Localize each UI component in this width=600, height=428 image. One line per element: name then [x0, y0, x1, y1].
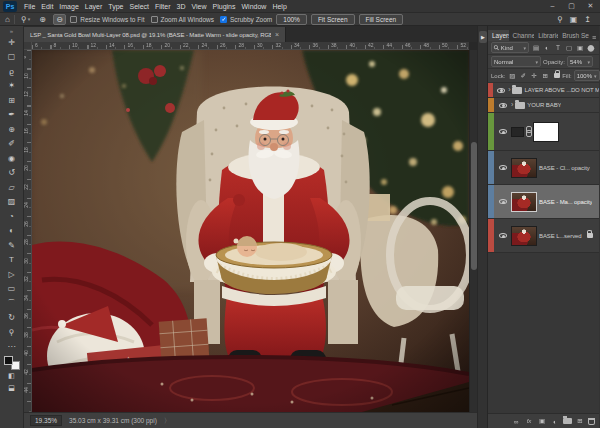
layer-row-base-locked[interactable]: BASE L...served: [488, 219, 599, 253]
layer-thumbnail[interactable]: [511, 127, 524, 137]
group-expand-arrow[interactable]: ›: [511, 101, 513, 109]
mask-link-icon[interactable]: [526, 126, 531, 137]
menu-item-view[interactable]: View: [189, 0, 210, 13]
link-layers-icon[interactable]: ∞: [511, 418, 521, 425]
layer-row-your-baby[interactable]: › YOUR BABY: [488, 98, 599, 113]
menu-item-select[interactable]: Select: [127, 0, 152, 13]
lock-pixels-icon[interactable]: ✐: [518, 72, 528, 80]
filter-toggle-icon[interactable]: ⬤: [586, 44, 596, 52]
visibility-toggle[interactable]: [496, 129, 509, 134]
layer-row-base-cl[interactable]: BASE - Cl... opacity: [488, 151, 599, 185]
visibility-toggle[interactable]: [495, 88, 506, 93]
fill-screen-button[interactable]: Fill Screen: [359, 14, 404, 25]
visibility-toggle[interactable]: [496, 103, 509, 108]
menu-item-filter[interactable]: Filter: [152, 0, 174, 13]
layer-thumbnail[interactable]: [511, 158, 537, 178]
move-tool[interactable]: ✛: [3, 35, 21, 50]
marquee-tool[interactable]: ▢: [3, 50, 21, 65]
maximize-button[interactable]: ▢: [562, 0, 581, 12]
vertical-scrollbar[interactable]: [469, 50, 477, 412]
visibility-toggle[interactable]: [496, 199, 509, 204]
quick-selection-tool[interactable]: ✶: [3, 79, 21, 94]
history-brush-tool[interactable]: ↺: [3, 166, 21, 181]
foreground-color-swatch[interactable]: [4, 356, 13, 365]
menu-item-edit[interactable]: Edit: [38, 0, 56, 13]
zoom-out-button[interactable]: ⊖: [53, 14, 66, 25]
fit-screen-button[interactable]: Fit Screen: [311, 14, 355, 25]
delete-layer-icon[interactable]: [588, 418, 595, 425]
color-swatches[interactable]: [4, 356, 20, 370]
opacity-dropdown[interactable]: 54% ▾: [567, 56, 593, 67]
shape-tool[interactable]: ▭: [3, 282, 21, 297]
dodge-tool[interactable]: ◐: [3, 224, 21, 239]
minimize-button[interactable]: –: [543, 0, 562, 12]
tab-channels[interactable]: Channels: [509, 30, 535, 41]
menu-item-layer[interactable]: Layer: [82, 0, 106, 13]
visibility-toggle[interactable]: [496, 233, 509, 238]
document-canvas[interactable]: ✦ ✦ ✦ ✦ ✦: [32, 50, 469, 412]
healing-brush-tool[interactable]: ⊕: [3, 122, 21, 137]
checkbox-box[interactable]: [70, 16, 77, 23]
tab-layers[interactable]: Layers: [488, 30, 509, 41]
toolbar-collapse-icon[interactable]: »: [10, 27, 13, 35]
blur-tool[interactable]: ◔: [3, 209, 21, 224]
filter-kind-dropdown[interactable]: ⚲ Kind ▾: [491, 42, 529, 53]
visibility-toggle[interactable]: [496, 165, 509, 170]
layer-thumbnail[interactable]: [511, 226, 537, 246]
layer-effects-icon[interactable]: fx: [524, 418, 534, 424]
tab-libraries[interactable]: Libraries: [534, 30, 558, 41]
blend-mode-dropdown[interactable]: Normal ▾: [491, 56, 541, 67]
panel-menu-icon[interactable]: ≡: [589, 34, 599, 41]
checkbox-zoom-all-windows[interactable]: Zoom All Windows: [151, 16, 214, 23]
menu-item-help[interactable]: Help: [269, 0, 289, 13]
add-layer-mask-icon[interactable]: ▣: [537, 417, 547, 425]
status-zoom-field[interactable]: 19.35%: [30, 415, 62, 426]
checkbox-box[interactable]: [220, 16, 227, 23]
lock-transparency-icon[interactable]: ▨: [507, 72, 517, 80]
zoom-tool[interactable]: ⚲: [3, 325, 21, 340]
filter-shape-layers-icon[interactable]: ▢: [564, 44, 574, 52]
menu-item-file[interactable]: File: [21, 0, 38, 13]
expand-panels-button[interactable]: ▶: [479, 31, 487, 43]
eyedropper-tool[interactable]: ✒: [3, 108, 21, 123]
lock-artboard-icon[interactable]: ⊞: [540, 72, 550, 80]
group-expand-arrow[interactable]: ›: [508, 86, 510, 94]
lock-all-icon[interactable]: [554, 73, 560, 78]
filter-adjustment-layers-icon[interactable]: ◐: [542, 44, 552, 51]
menu-item-3d[interactable]: 3D: [174, 0, 189, 13]
layer-thumbnail[interactable]: [511, 192, 537, 212]
fill-dropdown[interactable]: 100% ▾: [574, 70, 600, 81]
new-layer-icon[interactable]: ⊞: [575, 417, 585, 425]
filter-smart-objects-icon[interactable]: ▣: [575, 44, 585, 52]
checkbox-scrubby-zoom[interactable]: Scrubby Zoom: [220, 16, 272, 23]
lasso-tool[interactable]: ϱ: [3, 64, 21, 79]
gradient-tool[interactable]: ▨: [3, 195, 21, 210]
layer-row-masked-layer[interactable]: [488, 113, 599, 151]
clone-stamp-tool[interactable]: ◉: [3, 151, 21, 166]
rotate-view-tool[interactable]: ↻: [3, 311, 21, 326]
new-group-icon[interactable]: [563, 418, 572, 424]
brush-tool[interactable]: ✐: [3, 137, 21, 152]
workspace-switcher-icon[interactable]: ▣: [570, 15, 578, 24]
menu-item-type[interactable]: Type: [105, 0, 126, 13]
document-tab[interactable]: LSP _ Santa Gold Bowl Multi-Layer 08.psd…: [24, 27, 286, 42]
menu-item-window[interactable]: Window: [239, 0, 270, 13]
crop-tool[interactable]: ⊞: [3, 93, 21, 108]
search-icon[interactable]: ⚲: [557, 15, 563, 24]
hand-tool[interactable]: ⌒: [3, 296, 21, 311]
pen-tool[interactable]: ✎: [3, 238, 21, 253]
quick-mask-button[interactable]: ◧: [3, 370, 21, 382]
path-selection-tool[interactable]: ▷: [3, 267, 21, 282]
layer-row-base-ma-selected[interactable]: BASE - Ma... opacity: [488, 185, 599, 219]
more-tools[interactable]: ⋯: [3, 340, 21, 355]
home-icon[interactable]: ⌂: [5, 14, 10, 25]
lock-position-icon[interactable]: ✛: [529, 72, 539, 80]
screen-mode-button[interactable]: ⬓: [3, 382, 21, 394]
layer-row-layer-above[interactable]: › LAYER ABOVE ...DO NOT MOVE: [488, 83, 599, 98]
checkbox-resize-windows-to-fit[interactable]: Resize Windows to Fit: [70, 16, 144, 23]
filter-pixel-layers-icon[interactable]: ▤: [531, 44, 541, 52]
new-adjustment-layer-icon[interactable]: ◐: [550, 418, 560, 425]
share-icon[interactable]: ↥: [584, 15, 591, 24]
100--button[interactable]: 100%: [276, 14, 307, 25]
close-button[interactable]: ✕: [581, 0, 600, 12]
